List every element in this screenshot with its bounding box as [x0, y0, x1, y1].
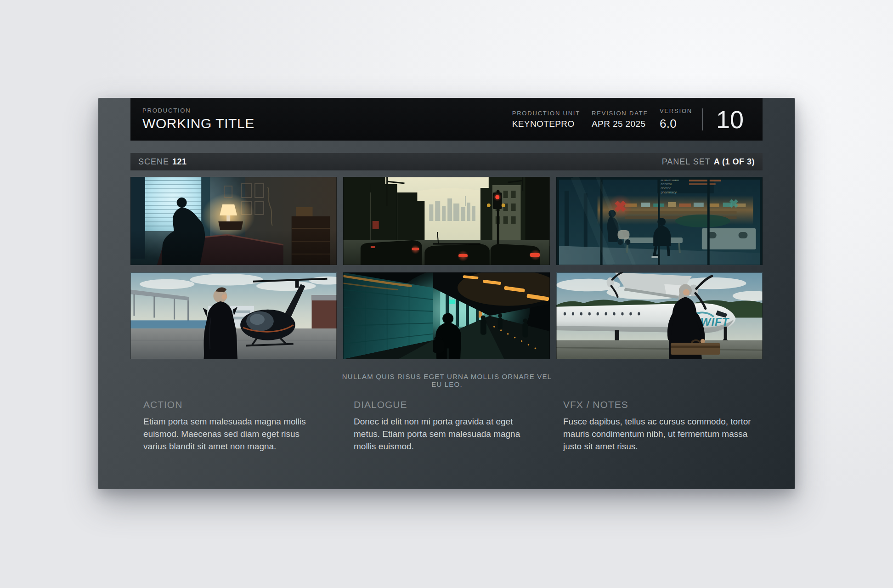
field-label: REVISION DATE — [592, 110, 648, 117]
scene-info: SCENE121 — [138, 157, 187, 167]
field-label: PRODUCTION UNIT — [512, 110, 580, 117]
panel-1-image — [130, 177, 337, 265]
panel-3-image: amsterdam central doctor pharmacy — [556, 177, 763, 265]
storyboard-panel-5 — [343, 272, 549, 359]
storyboard-panel-1 — [130, 177, 337, 265]
note-column-dialogue: DIALOGUE Donec id elit non mi porta grav… — [354, 399, 535, 452]
header-right: PRODUCTION UNIT KEYNOTEPRO REVISION DATE… — [501, 107, 763, 132]
field-value: KEYNOTEPRO — [512, 119, 580, 129]
storyboard-panel-2 — [343, 177, 549, 265]
storyboard-slide: PRODUCTION WORKING TITLE PRODUCTION UNIT… — [98, 98, 795, 489]
scene-label: SCENE — [138, 157, 169, 166]
note-heading: ACTION — [143, 399, 325, 410]
field-label: VERSION — [660, 107, 692, 114]
field-production-unit: PRODUCTION UNIT KEYNOTEPRO — [512, 110, 580, 129]
storyboard-panel-4 — [130, 272, 337, 359]
panel-4-image — [130, 272, 337, 359]
scene-number: 121 — [172, 157, 187, 166]
field-revision-date: REVISION DATE APR 25 2025 — [592, 110, 648, 129]
note-body: Donec id elit non mi porta gravida at eg… — [354, 415, 535, 452]
panel-set-info: PANEL SETA (1 OF 3) — [662, 157, 755, 167]
panel-6-image: SWIFT — [556, 272, 763, 359]
field-version: VERSION 6.0 — [660, 107, 692, 131]
scene-bar: SCENE121 PANEL SETA (1 OF 3) — [130, 153, 763, 170]
header-left: PRODUCTION WORKING TITLE — [130, 107, 254, 131]
page-background: { "slide": { "page_number": "10", "heade… — [0, 0, 893, 588]
note-column-action: ACTION Etiam porta sem malesuada magna m… — [143, 399, 325, 452]
production-label: PRODUCTION — [142, 107, 254, 114]
page-number: 10 — [703, 107, 763, 132]
note-heading: VFX / NOTES — [563, 399, 760, 410]
note-body: Etiam porta sem malesuada magna mollis e… — [143, 415, 325, 452]
storyboard-panel-3: amsterdam central doctor pharmacy — [556, 177, 763, 265]
production-title: WORKING TITLE — [142, 116, 254, 131]
field-value: APR 25 2025 — [592, 119, 648, 129]
storyboard-grid: amsterdam central doctor pharmacy — [130, 177, 763, 359]
slide-header: PRODUCTION WORKING TITLE PRODUCTION UNIT… — [130, 98, 763, 141]
panel-5-image — [343, 272, 549, 359]
note-column-vfx: VFX / NOTES Fusce dapibus, tellus ac cur… — [563, 399, 760, 452]
field-value: 6.0 — [660, 117, 692, 131]
panel-set-label: PANEL SET — [662, 157, 711, 166]
storyboard-panel-6: SWIFT — [556, 272, 763, 359]
note-body: Fusce dapibus, tellus ac cursus commodo,… — [563, 415, 760, 452]
panel-set-value: A (1 OF 3) — [714, 157, 755, 166]
panel-caption: NULLAM QUIS RISUS EGET URNA MOLLIS ORNAR… — [341, 373, 553, 388]
note-heading: DIALOGUE — [354, 399, 535, 410]
panel-2-image — [343, 177, 549, 265]
